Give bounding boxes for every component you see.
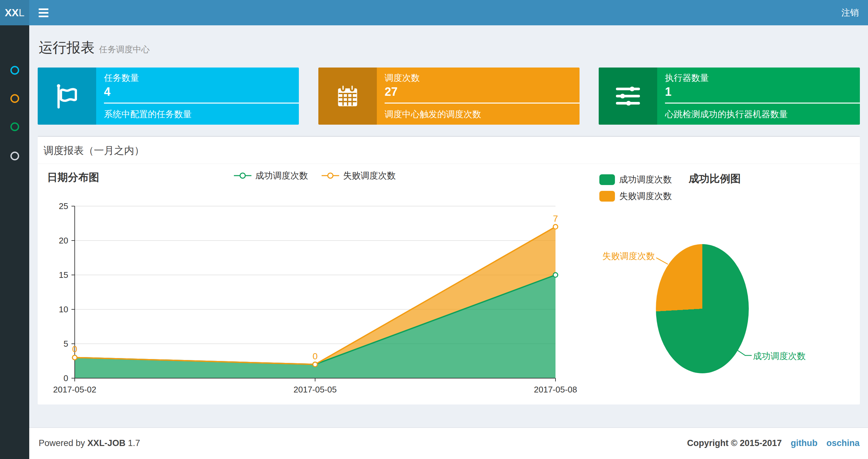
product-version: 1.7 <box>128 438 140 448</box>
svg-text:10: 10 <box>59 304 68 314</box>
info-box-title: 调度次数 <box>384 72 420 84</box>
line-series-marker-icon <box>234 172 251 179</box>
pie-slice-label-fail: 失败调度次数 <box>590 250 655 262</box>
copyright-text: Copyright © 2015-2017 github oschina <box>687 438 860 448</box>
info-box-description: 心跳检测成功的执行器机器数量 <box>665 108 788 120</box>
info-box-icon-area <box>318 67 377 125</box>
footer: Powered by XXL-JOB 1.7 Copyright © 2015-… <box>29 427 868 459</box>
svg-text:0: 0 <box>64 373 68 383</box>
svg-text:2017-05-02: 2017-05-02 <box>53 385 96 394</box>
info-box-description: 系统中配置的任务数量 <box>104 108 192 120</box>
divider <box>38 164 860 164</box>
legend-item-fail[interactable]: 失败调度次数 <box>599 190 672 202</box>
powered-prefix: Powered by <box>39 438 85 448</box>
logo-text-bold: XX <box>5 7 19 19</box>
sidebar-item-1[interactable] <box>0 56 29 85</box>
line-series-marker-icon <box>321 172 339 179</box>
oschina-link[interactable]: oschina <box>827 438 860 448</box>
circle-o-icon <box>10 152 19 160</box>
logout-link[interactable]: 注销 <box>832 0 868 25</box>
powered-by-text: Powered by XXL-JOB 1.7 <box>39 438 140 448</box>
legend-label: 成功调度次数 <box>255 170 308 182</box>
info-box-executors: 执行器数量 1 心跳检测成功的执行器机器数量 <box>599 67 860 125</box>
xxl-job-dashboard: XXL 注销 运行报表任务调度中心 任务数量 4 系统中配置的任务数量 <box>0 0 868 459</box>
date-distribution-area-chart: 05101520252017-05-022017-05-052017-05-08… <box>42 189 588 403</box>
info-box-value: 1 <box>665 85 672 99</box>
info-box-description: 调度中心触发的调度次数 <box>384 108 481 120</box>
svg-text:2017-05-08: 2017-05-08 <box>534 385 577 394</box>
panel-title: 调度报表（一月之内） <box>43 144 144 158</box>
svg-text:20: 20 <box>59 236 68 245</box>
info-box-icon-area <box>38 67 96 125</box>
line-chart-legend: 成功调度次数 失败调度次数 <box>234 170 396 182</box>
report-panel: 调度报表（一月之内） 日期分布图 成功调度次数 失败调度次数 051015202… <box>38 136 860 404</box>
sidebar-item-4[interactable] <box>0 141 29 170</box>
flag-icon <box>52 82 82 110</box>
info-box-value: 4 <box>104 85 111 99</box>
page-title: 运行报表 <box>39 40 95 55</box>
info-box-jobs: 任务数量 4 系统中配置的任务数量 <box>38 67 299 125</box>
svg-text:15: 15 <box>59 270 68 280</box>
info-box-title: 任务数量 <box>104 72 139 84</box>
sidebar-item-3[interactable] <box>0 112 29 141</box>
divider <box>665 103 860 103</box>
svg-text:7: 7 <box>553 214 558 224</box>
info-box-icon-area <box>599 67 657 125</box>
legend-item-fail[interactable]: 失败调度次数 <box>321 170 396 182</box>
top-navbar: XXL 注销 <box>0 0 868 25</box>
hamburger-icon <box>39 12 49 13</box>
legend-swatch-icon <box>599 191 615 202</box>
page-header: 运行报表任务调度中心 <box>39 38 150 57</box>
info-box-title: 执行器数量 <box>665 72 709 84</box>
divider <box>384 103 580 103</box>
page-subtitle: 任务调度中心 <box>99 44 150 54</box>
legend-item-success[interactable]: 成功调度次数 <box>234 170 308 182</box>
hamburger-icon <box>39 8 49 10</box>
pie-slice-label-success: 成功调度次数 <box>753 350 806 362</box>
github-link[interactable]: github <box>791 438 817 448</box>
sidebar-toggle-button[interactable] <box>32 0 55 25</box>
svg-text:2017-05-05: 2017-05-05 <box>294 385 337 394</box>
divider <box>104 103 299 103</box>
svg-text:0: 0 <box>312 351 318 361</box>
sidebar <box>0 25 29 459</box>
circle-o-icon <box>10 94 19 103</box>
calendar-icon <box>333 82 363 110</box>
sidebar-item-2[interactable] <box>0 84 29 112</box>
circle-o-icon <box>10 122 19 131</box>
line-chart-title: 日期分布图 <box>47 170 99 185</box>
sliders-icon <box>613 82 643 110</box>
svg-text:0: 0 <box>72 344 77 354</box>
circle-o-icon <box>10 66 19 75</box>
app-logo[interactable]: XXL <box>0 0 29 25</box>
legend-swatch-icon <box>599 174 615 185</box>
info-box-triggers: 调度次数 27 调度中心触发的调度次数 <box>318 67 580 125</box>
product-name: XXL-JOB <box>87 438 125 448</box>
copyright-label: Copyright © 2015-2017 <box>687 438 782 448</box>
info-box-value: 27 <box>384 85 398 99</box>
success-ratio-pie-chart <box>656 244 749 373</box>
svg-text:25: 25 <box>59 201 68 211</box>
logo-text-light: L <box>19 7 24 19</box>
legend-label: 失败调度次数 <box>343 170 396 182</box>
svg-text:5: 5 <box>64 339 68 349</box>
legend-label: 失败调度次数 <box>619 190 672 202</box>
pie-chart-title: 成功比例图 <box>689 172 741 186</box>
legend-label: 成功调度次数 <box>619 174 672 185</box>
hamburger-icon <box>39 15 49 17</box>
pie-chart-legend: 成功调度次数 失败调度次数 <box>599 174 672 207</box>
legend-item-success[interactable]: 成功调度次数 <box>599 174 672 185</box>
